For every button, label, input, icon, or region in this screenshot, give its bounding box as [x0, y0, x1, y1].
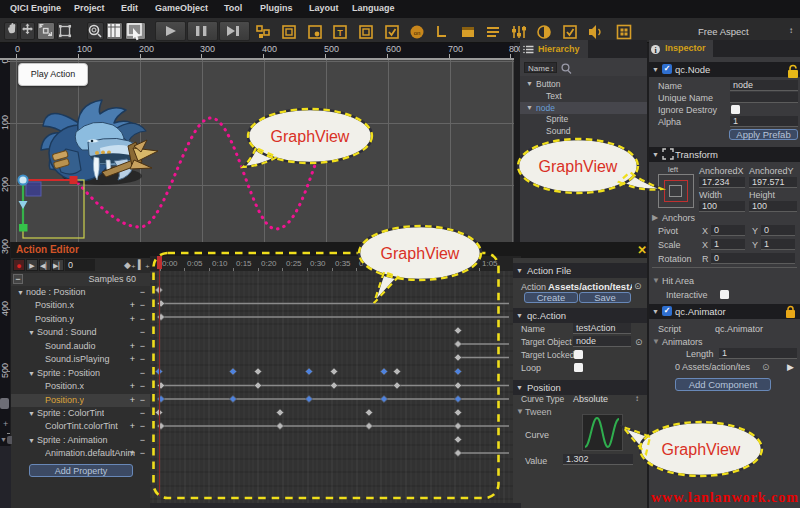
svg-text:GraphView: GraphView — [381, 245, 460, 262]
svg-text:GraphView: GraphView — [662, 441, 741, 458]
svg-text:GraphView: GraphView — [271, 128, 350, 145]
svg-text:on: on — [414, 30, 421, 36]
svg-text:GraphView: GraphView — [539, 158, 618, 175]
svg-text:T: T — [337, 28, 343, 38]
